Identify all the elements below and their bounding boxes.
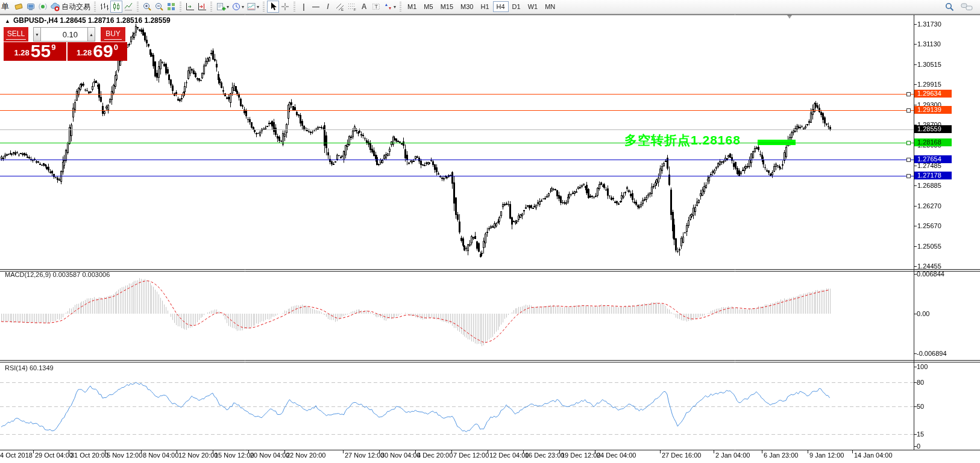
svg-text:E: E [341, 8, 344, 11]
periods-icon[interactable]: ▾ [230, 1, 245, 13]
toolbar-grip [263, 2, 265, 11]
macd-axis-tick: 0.006844 [917, 270, 944, 278]
price-axis-tick: 1.25670 [917, 222, 941, 229]
spinner-up-icon: ▲ [89, 33, 93, 37]
crosshair-icon[interactable] [279, 1, 291, 13]
symbol-period-label: GBPUSD-,H4 [13, 16, 58, 25]
sell-button[interactable]: SELL [4, 27, 28, 42]
buy-button[interactable]: BUY [101, 27, 125, 42]
toolbar-grip [94, 2, 96, 11]
sell-price-big: 55 [31, 43, 51, 59]
timeframe-button-w1[interactable]: W1 [524, 1, 542, 12]
sell-price-prefix: 1.28 [14, 48, 30, 57]
horizontal-line[interactable] [0, 94, 914, 95]
chart-shift-marker-icon [787, 15, 792, 19]
bar-chart-icon[interactable] [98, 1, 110, 13]
timeframe-button-m5[interactable]: M5 [420, 1, 436, 12]
toolbar-grip [180, 2, 181, 11]
volume-input[interactable] [41, 27, 87, 42]
price-axis-tick: 1.31730 [917, 20, 941, 28]
auto-scroll-icon[interactable] [184, 1, 196, 13]
indicators-icon[interactable]: ▾ [215, 1, 230, 13]
time-axis-label: 16 Dec 23:00 [525, 452, 564, 459]
timeframe-button-h4[interactable]: H4 [493, 1, 509, 12]
timeframe-button-m30[interactable]: M30 [457, 1, 477, 12]
line-handle[interactable] [906, 92, 911, 96]
time-axis-label: 12 Nov 20:00 [178, 452, 218, 459]
time-axis-label: 7 Dec 12:00 [453, 452, 489, 459]
horizontal-line[interactable] [0, 160, 914, 160]
templates-icon[interactable]: ▾ [245, 1, 260, 13]
time-axis-label: 15 Nov 12:00 [215, 452, 254, 459]
vertical-line-icon[interactable]: | [298, 1, 310, 13]
signal-icon[interactable] [37, 1, 49, 13]
chart-title: ▲GBPUSD-,H4 1.28645 1.28716 1.28516 1.28… [5, 16, 171, 25]
profiles-icon[interactable] [13, 1, 25, 13]
horizontal-line[interactable] [0, 110, 914, 111]
zoom-in-icon[interactable] [141, 1, 153, 13]
timeframe-button-d1[interactable]: D1 [509, 1, 524, 12]
one-click-trading-panel: SELL ▼ ▲ BUY 1.28559 1.28690 [4, 27, 127, 61]
arrows-icon[interactable]: ▾ [382, 1, 397, 13]
line-handle[interactable] [906, 158, 911, 162]
macd-axis-tick: -0.006894 [917, 350, 947, 357]
rsi-indicator-label: RSI(14) 60.1349 [5, 364, 54, 371]
sell-price-pip: 9 [51, 43, 55, 52]
buy-price[interactable]: 1.28690 [68, 42, 127, 61]
price-badge: 1.28168 [914, 138, 952, 146]
current-price-line [0, 129, 914, 130]
toolbar-grip [137, 2, 139, 11]
volume-increase-button[interactable]: ▲ [87, 27, 95, 42]
volume-decrease-button[interactable]: ▼ [33, 27, 41, 42]
sell-price[interactable]: 1.28559 [4, 42, 66, 61]
price-axis-tick: 1.26270 [917, 202, 941, 210]
terminal-icon[interactable] [25, 1, 37, 13]
horizontal-line[interactable] [0, 143, 914, 143]
price-axis-tick: 1.30515 [917, 61, 941, 68]
rsi-axis-tick: 0 [917, 443, 920, 450]
line-handle[interactable] [906, 141, 911, 145]
price-axis-tick: 1.25055 [917, 243, 941, 250]
chevron-down-icon: ▾ [242, 4, 244, 10]
line-handle[interactable] [906, 108, 911, 113]
time-axis-label: 19 Dec 12:00 [561, 452, 600, 459]
channel-icon[interactable]: E [334, 1, 346, 13]
chat-icon[interactable] [960, 1, 974, 13]
zoom-out-icon[interactable] [153, 1, 165, 13]
new-order-button[interactable]: 单 [1, 1, 9, 12]
toolbar-grip [400, 2, 401, 11]
main-toolbar: 单 自动交易 ▾ ▾ ▾ | — / [0, 0, 980, 14]
timeframe-button-h1[interactable]: H1 [477, 1, 492, 12]
toolbar-grip [210, 2, 212, 11]
cursor-icon[interactable] [267, 1, 279, 13]
timeframe-button-mn[interactable]: MN [541, 1, 559, 12]
search-icon[interactable] [943, 1, 956, 13]
horizontal-line-icon[interactable]: — [310, 1, 322, 13]
rsi-axis-tick: 15 [917, 430, 924, 438]
price-badge: 1.28559 [914, 125, 952, 133]
pivot-annotation-text[interactable]: 多空转折点1.28168 [624, 132, 741, 149]
time-axis-label: 22 Nov 20:00 [286, 452, 325, 459]
time-axis-label: 27 Nov 12:00 [345, 452, 384, 459]
chart-shift-icon[interactable] [196, 1, 208, 13]
autotrade-button[interactable]: 自动交易 [49, 1, 92, 13]
svg-text:T: T [375, 4, 378, 10]
text-label-icon[interactable]: T [370, 1, 382, 13]
fibonacci-icon[interactable]: F [346, 1, 358, 13]
horizontal-line[interactable] [0, 176, 914, 176]
time-axis-label: 27 Dec 16:00 [662, 452, 701, 459]
timeframe-toolbar: M1M5M15M30H1H4D1W1MN [404, 1, 559, 12]
candlestick-chart-icon[interactable] [110, 1, 122, 13]
timeframe-button-m1[interactable]: M1 [404, 1, 420, 12]
chevron-down-icon: ▾ [394, 4, 396, 10]
time-axis-label: 6 Jan 23:00 [764, 452, 799, 459]
tile-windows-icon[interactable] [165, 1, 177, 13]
text-icon[interactable]: A [358, 1, 370, 13]
buy-price-prefix: 1.28 [77, 48, 92, 57]
timeframe-button-m15[interactable]: M15 [437, 1, 457, 12]
collapse-panel-icon[interactable]: ▲ [5, 18, 10, 24]
trendline-icon[interactable]: / [322, 1, 334, 13]
chart-surface[interactable] [0, 14, 980, 463]
line-chart-icon[interactable] [122, 1, 134, 13]
line-handle[interactable] [906, 174, 911, 178]
